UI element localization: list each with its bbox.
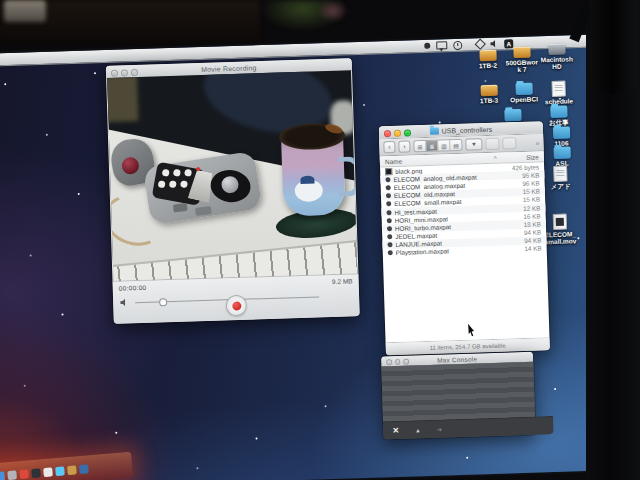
- sort-ascending-icon: ^: [494, 154, 497, 161]
- dock-app-icon[interactable]: [0, 471, 5, 480]
- controller-button: [173, 169, 181, 177]
- wifi-off-icon[interactable]: [475, 39, 486, 50]
- clock-icon[interactable]: [453, 40, 462, 49]
- mug-handle: [338, 156, 358, 197]
- zoom-button[interactable]: [404, 129, 411, 136]
- folder-icon: [504, 109, 521, 122]
- finder-window: USB_controllers ‹ › ⊞ ≣ ▥ ▤ ▾ » Name ^ S…: [379, 121, 550, 355]
- dock-app-icon[interactable]: [19, 469, 29, 479]
- action-button[interactable]: [502, 137, 516, 149]
- recording-timer: 00:00:00: [119, 284, 147, 292]
- folder-proxy-icon: [430, 127, 439, 134]
- dock-app-icon[interactable]: [79, 464, 89, 474]
- desktop-icon-500gbwork7[interactable]: 500GBwork 7: [504, 46, 539, 73]
- drive-icon: [480, 85, 497, 97]
- document-icon: [551, 81, 565, 97]
- column-view-button[interactable]: ▥: [438, 140, 450, 150]
- forward-button[interactable]: ›: [398, 140, 410, 152]
- controller-button: [180, 180, 188, 188]
- warnings-filter-icon[interactable]: ▲: [415, 427, 421, 433]
- console-action-icon[interactable]: ➔: [437, 426, 442, 432]
- desktop-icon-1106[interactable]: 1106: [544, 126, 579, 147]
- close-button[interactable]: [386, 359, 392, 365]
- desktop-icon-schedule[interactable]: schedule: [541, 80, 576, 105]
- dock[interactable]: [0, 452, 133, 480]
- recording-file-size: 9.2 MB: [332, 277, 353, 285]
- controller-led: [196, 167, 200, 171]
- size-column-header[interactable]: Size: [505, 153, 539, 161]
- desktop-screen: A 1TB-2 500GBwork 7 Macintosh HD 1TB-3 O…: [0, 34, 617, 480]
- webcam-device: [590, 0, 638, 94]
- volume-icon[interactable]: [490, 40, 498, 48]
- dock-app-icon[interactable]: [55, 466, 65, 476]
- movie-file-icon: [553, 214, 567, 230]
- recording-controls: 00:00:00 9.2 MB: [113, 273, 360, 324]
- max-console-window: Max Console ✕ ▲ ➔: [381, 352, 536, 440]
- maxpat-file-icon: [386, 193, 391, 198]
- console-output-area: [381, 362, 535, 423]
- speaker-icon: [120, 298, 128, 306]
- arrange-button[interactable]: ▾: [465, 138, 482, 151]
- maxpat-file-icon: [386, 210, 391, 215]
- room-object: [4, 0, 46, 22]
- close-button[interactable]: [384, 130, 391, 137]
- desktop-icon-1tb3[interactable]: 1TB-3: [472, 84, 507, 104]
- minimize-button[interactable]: [395, 359, 401, 365]
- desktop-icon-1tb2[interactable]: 1TB-2: [470, 49, 505, 69]
- desktop-icon-macintosh-hd[interactable]: Macintosh HD: [539, 43, 574, 70]
- folder-icon: [515, 83, 532, 96]
- document-icon: [553, 166, 567, 182]
- maxpat-file-icon: [385, 177, 390, 182]
- background-object: [107, 75, 138, 122]
- window-controls: [386, 359, 409, 365]
- desktop-icon-openbci[interactable]: OpenBCI: [506, 82, 541, 103]
- controller-button: [184, 169, 192, 177]
- zoom-button[interactable]: [131, 68, 138, 75]
- mug-cartoon-hat: [300, 175, 314, 183]
- dock-app-icon[interactable]: [7, 470, 17, 480]
- movie-recording-window: Movie Recording: [106, 58, 360, 324]
- photo-of-monitor: { "menu_bar": { "input_source_label": "A…: [0, 0, 640, 480]
- desktop-icon-asl[interactable]: ASL: [545, 146, 580, 167]
- zoom-button[interactable]: [403, 359, 409, 365]
- share-button[interactable]: [485, 138, 499, 150]
- time-machine-icon[interactable]: [424, 43, 430, 49]
- dock-app-icon[interactable]: [67, 465, 77, 475]
- volume-slider-knob[interactable]: [159, 298, 167, 306]
- clear-console-icon[interactable]: ✕: [392, 426, 399, 434]
- minimize-button[interactable]: [121, 69, 128, 76]
- view-switcher: ⊞ ≣ ▥ ▤: [413, 139, 462, 153]
- window-controls: [384, 129, 411, 137]
- window-title: Max Console: [437, 355, 477, 363]
- maxpat-file-icon: [386, 201, 391, 206]
- window-title: USB_controllers: [430, 125, 493, 134]
- dock-app-icon[interactable]: [43, 467, 53, 477]
- desktop-icon-meado[interactable]: メアド: [543, 165, 578, 190]
- record-button[interactable]: [226, 295, 248, 317]
- drive-icon: [479, 50, 496, 62]
- dock-app-icon[interactable]: [31, 468, 41, 478]
- desktop-icon-oshigoto[interactable]: お仕事: [541, 105, 576, 126]
- maxpat-file-icon: [388, 251, 393, 256]
- window-title: Movie Recording: [201, 64, 257, 73]
- image-file-icon: [385, 168, 392, 175]
- icon-view-button[interactable]: ⊞: [414, 141, 426, 151]
- controller-button: [158, 180, 166, 188]
- desktop-icon-elecom-small-mov[interactable]: ELECOM_small.mov: [543, 213, 578, 245]
- file-list: black.png426 bytes ELECOM_analog_old.max…: [380, 162, 547, 257]
- back-button[interactable]: ‹: [383, 141, 395, 153]
- maxpat-file-icon: [386, 185, 391, 190]
- folder-icon: [550, 106, 567, 119]
- folder-icon: [553, 146, 570, 159]
- room-bokeh-pink: [318, 0, 348, 22]
- controller-button: [169, 180, 177, 188]
- minimize-button[interactable]: [394, 129, 401, 136]
- close-button[interactable]: [111, 69, 118, 76]
- toolbar-overflow-chevron[interactable]: »: [535, 139, 539, 146]
- coverflow-view-button[interactable]: ▤: [450, 140, 461, 150]
- list-view-button[interactable]: ≣: [426, 141, 438, 151]
- maxpat-file-icon: [387, 226, 392, 231]
- maxpat-file-icon: [387, 242, 392, 247]
- airplay-display-icon[interactable]: [436, 41, 447, 49]
- drive-icon: [513, 47, 530, 59]
